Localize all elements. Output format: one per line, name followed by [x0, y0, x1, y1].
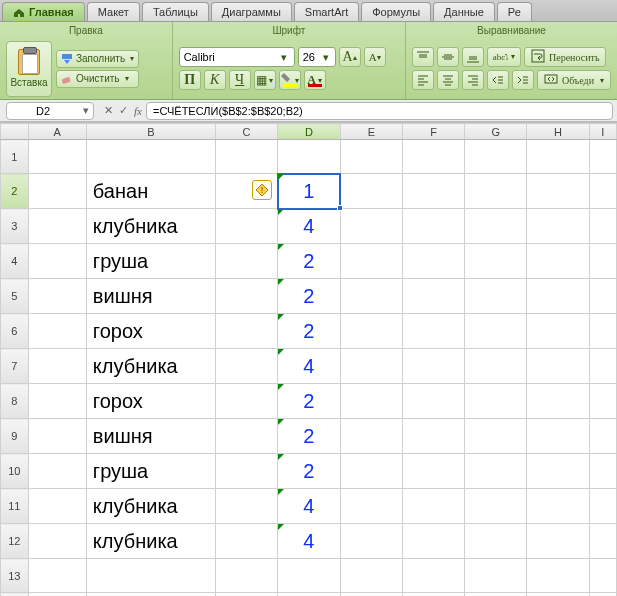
- cell[interactable]: [28, 209, 86, 244]
- formula-input[interactable]: [146, 102, 613, 120]
- cell[interactable]: [589, 244, 616, 279]
- cell[interactable]: [589, 489, 616, 524]
- col-header[interactable]: H: [527, 124, 589, 140]
- cell[interactable]: [340, 489, 402, 524]
- cell[interactable]: [340, 140, 402, 174]
- row-header[interactable]: 4: [1, 244, 29, 279]
- row-header[interactable]: 6: [1, 314, 29, 349]
- cell[interactable]: 4: [278, 489, 341, 524]
- merge-button[interactable]: Объеди: [537, 70, 611, 90]
- cell[interactable]: 2: [278, 419, 341, 454]
- cell[interactable]: [527, 279, 589, 314]
- cell[interactable]: [465, 524, 527, 559]
- col-header[interactable]: G: [465, 124, 527, 140]
- font-size-combo[interactable]: ▾: [298, 47, 336, 67]
- cell[interactable]: [403, 174, 465, 209]
- cell[interactable]: [340, 419, 402, 454]
- cell[interactable]: [215, 559, 277, 593]
- font-name-input[interactable]: [184, 51, 279, 63]
- border-button[interactable]: ▦: [254, 70, 276, 90]
- col-header[interactable]: B: [86, 124, 215, 140]
- cell[interactable]: [86, 140, 215, 174]
- cell[interactable]: вишня: [86, 419, 215, 454]
- cell[interactable]: клубника: [86, 489, 215, 524]
- spreadsheet[interactable]: A B C D E F G H I 12банан1!3клубника44гр…: [0, 122, 617, 596]
- cell[interactable]: [28, 244, 86, 279]
- cell[interactable]: [589, 593, 616, 597]
- cell[interactable]: горох: [86, 384, 215, 419]
- fill-handle[interactable]: [337, 205, 343, 211]
- cell[interactable]: [28, 174, 86, 209]
- cell[interactable]: [527, 524, 589, 559]
- col-header[interactable]: D: [278, 124, 341, 140]
- font-size-input[interactable]: [303, 51, 323, 63]
- cell[interactable]: [589, 384, 616, 419]
- cell[interactable]: [86, 593, 215, 597]
- font-size-dropdown-icon[interactable]: ▾: [322, 51, 330, 64]
- cell[interactable]: [465, 593, 527, 597]
- align-left-button[interactable]: [412, 70, 434, 90]
- cell[interactable]: [403, 244, 465, 279]
- row-header[interactable]: 14: [1, 593, 29, 597]
- cell[interactable]: [465, 244, 527, 279]
- increase-indent-button[interactable]: [512, 70, 534, 90]
- cell[interactable]: [465, 559, 527, 593]
- col-header[interactable]: F: [403, 124, 465, 140]
- cell[interactable]: [403, 593, 465, 597]
- col-header[interactable]: C: [215, 124, 277, 140]
- cell[interactable]: [28, 489, 86, 524]
- cell[interactable]: [278, 559, 341, 593]
- cell[interactable]: [215, 489, 277, 524]
- cell[interactable]: [527, 384, 589, 419]
- cell[interactable]: [465, 314, 527, 349]
- cell[interactable]: [215, 384, 277, 419]
- tab-data[interactable]: Данные: [433, 2, 495, 21]
- cell[interactable]: [215, 140, 277, 174]
- cell[interactable]: [215, 593, 277, 597]
- cell[interactable]: [340, 209, 402, 244]
- cell[interactable]: [28, 384, 86, 419]
- row-header[interactable]: 9: [1, 419, 29, 454]
- cell[interactable]: [28, 559, 86, 593]
- align-center-button[interactable]: [437, 70, 459, 90]
- cell[interactable]: [589, 524, 616, 559]
- tab-smartart[interactable]: SmartArt: [294, 2, 359, 21]
- row-header[interactable]: 8: [1, 384, 29, 419]
- cell[interactable]: [527, 349, 589, 384]
- row-header[interactable]: 2: [1, 174, 29, 209]
- cell[interactable]: [465, 279, 527, 314]
- cell[interactable]: [215, 279, 277, 314]
- cell[interactable]: [465, 419, 527, 454]
- tab-layout[interactable]: Макет: [87, 2, 140, 21]
- cell[interactable]: [403, 524, 465, 559]
- cell[interactable]: [340, 593, 402, 597]
- fill-color-button[interactable]: [279, 70, 301, 90]
- cell[interactable]: [28, 349, 86, 384]
- cell[interactable]: клубника: [86, 349, 215, 384]
- cell[interactable]: [403, 454, 465, 489]
- cell[interactable]: [215, 314, 277, 349]
- fx-icon[interactable]: fx: [134, 105, 142, 117]
- cell[interactable]: [589, 349, 616, 384]
- row-header[interactable]: 3: [1, 209, 29, 244]
- align-bottom-button[interactable]: [462, 47, 484, 67]
- cell[interactable]: 4: [278, 349, 341, 384]
- select-all-corner[interactable]: [1, 124, 29, 140]
- cell[interactable]: 4: [278, 209, 341, 244]
- cell[interactable]: [278, 593, 341, 597]
- cell[interactable]: [215, 209, 277, 244]
- cell[interactable]: 2: [278, 244, 341, 279]
- cell[interactable]: [465, 384, 527, 419]
- cell[interactable]: [527, 419, 589, 454]
- clear-button[interactable]: Очистить: [56, 70, 139, 88]
- cell[interactable]: 4: [278, 524, 341, 559]
- cell[interactable]: [527, 559, 589, 593]
- cell[interactable]: [403, 559, 465, 593]
- orientation-button[interactable]: abc⤵: [487, 47, 521, 67]
- cell[interactable]: [527, 593, 589, 597]
- name-box-dropdown-icon[interactable]: ▾: [79, 104, 93, 117]
- cell[interactable]: [28, 524, 86, 559]
- font-color-button[interactable]: A: [304, 70, 326, 90]
- underline-button[interactable]: Ч: [229, 70, 251, 90]
- tab-formulas[interactable]: Формулы: [361, 2, 431, 21]
